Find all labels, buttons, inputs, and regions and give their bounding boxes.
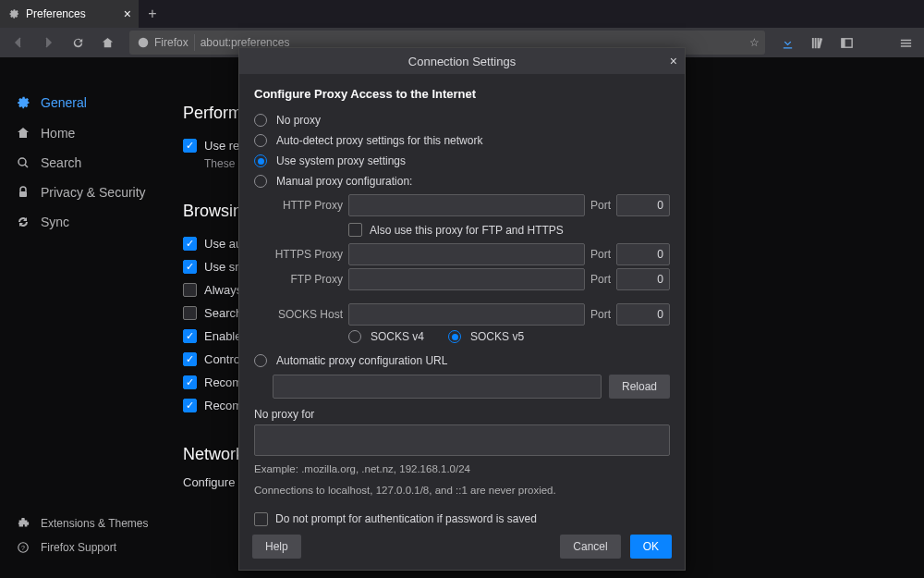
radio-icon[interactable] [254, 134, 267, 147]
radio-socks5[interactable] [448, 330, 461, 343]
https-proxy-row: HTTPS Proxy Port 0 [273, 243, 670, 265]
gear-icon [7, 7, 20, 20]
sidebar-item-label: General [41, 95, 87, 110]
sidebar-item-general[interactable]: General [0, 87, 164, 118]
downloads-button[interactable] [774, 30, 800, 55]
site-identity[interactable]: Firefox [135, 34, 195, 51]
checkbox-checked-icon[interactable]: ✓ [183, 260, 197, 274]
https-proxy-input[interactable] [348, 243, 585, 265]
library-button[interactable] [804, 30, 830, 55]
svg-point-3 [18, 158, 26, 166]
help-icon: ? [15, 541, 31, 554]
radio-manual-proxy[interactable]: Manual proxy configuration: [254, 171, 670, 191]
http-proxy-input[interactable] [348, 194, 585, 216]
field-label: FTP Proxy [273, 273, 343, 286]
sidebar-item-privacy[interactable]: Privacy & Security [0, 178, 164, 207]
radio-pac-url[interactable]: Automatic proxy configuration URL [254, 350, 670, 371]
checkbox-icon[interactable] [254, 512, 268, 526]
tab-title: Preferences [26, 7, 86, 20]
https-port-input[interactable]: 0 [616, 243, 670, 265]
radio-no-proxy[interactable]: No proxy [254, 110, 670, 130]
sidebar-item-extensions[interactable]: Extensions & Themes [0, 511, 164, 535]
checkbox-icon[interactable] [183, 306, 197, 320]
use-for-all-row[interactable]: Also use this proxy for FTP and HTTPS [348, 219, 670, 240]
sidebar-item-label: Extensions & Themes [41, 517, 149, 530]
gear-icon [15, 94, 31, 111]
prefs-sidebar: General Home Search Privacy & Security S… [0, 57, 164, 578]
localhost-note: Connections to localhost, 127.0.0.1/8, a… [254, 483, 670, 498]
sidebar-item-label: Home [41, 126, 75, 141]
home-icon [15, 126, 31, 141]
radio-socks4[interactable] [348, 330, 361, 343]
lock-icon [15, 185, 31, 200]
checkbox-checked-icon[interactable]: ✓ [183, 375, 197, 389]
socks-host-input[interactable] [348, 303, 585, 326]
socks-port-input[interactable]: 0 [616, 303, 670, 326]
new-tab-button[interactable]: + [139, 0, 166, 28]
sidebar-item-sync[interactable]: Sync [0, 207, 164, 237]
socks-version-row: SOCKS v4 SOCKS v5 [348, 328, 670, 350]
close-dialog-icon[interactable]: × [670, 54, 677, 68]
svg-point-0 [139, 38, 149, 48]
reload-button[interactable]: Reload [609, 375, 670, 399]
field-label: HTTPS Proxy [273, 248, 343, 261]
tab-bar: Preferences × + [0, 0, 924, 28]
checkbox-checked-icon[interactable]: ✓ [183, 352, 197, 366]
active-tab[interactable]: Preferences × [0, 0, 139, 28]
sidebar-item-label: Sync [41, 215, 69, 229]
checkbox-checked-icon[interactable]: ✓ [183, 237, 197, 251]
radio-label: Use system proxy settings [276, 154, 406, 167]
sidebar-item-home[interactable]: Home [0, 118, 164, 148]
no-proxy-label: No proxy for [254, 408, 670, 421]
ftp-port-input[interactable]: 0 [616, 268, 670, 290]
dialog-titlebar: Connection Settings × [239, 48, 685, 74]
ftp-proxy-row: FTP Proxy Port 0 [273, 268, 670, 290]
socks-host-row: SOCKS Host Port 0 [273, 303, 670, 326]
ftp-proxy-input[interactable] [348, 268, 585, 290]
radio-icon[interactable] [254, 175, 267, 188]
field-label: SOCKS Host [273, 308, 343, 321]
radio-system-proxy[interactable]: Use system proxy settings [254, 151, 670, 171]
dialog-title: Connection Settings [408, 55, 516, 68]
radio-selected-icon[interactable] [254, 154, 267, 167]
checkbox-icon[interactable] [348, 223, 362, 237]
port-label: Port [590, 199, 611, 212]
svg-rect-2 [841, 38, 845, 46]
radio-label: Manual proxy configuration: [276, 175, 412, 188]
radio-icon[interactable] [254, 114, 267, 127]
no-auth-prompt-row[interactable]: Do not prompt for authentication if pass… [254, 509, 670, 528]
http-proxy-row: HTTP Proxy Port 0 [273, 194, 670, 216]
bookmark-star-icon[interactable]: ☆ [749, 36, 760, 49]
cancel-button[interactable]: Cancel [560, 535, 620, 559]
radio-label: Automatic proxy configuration URL [276, 354, 447, 367]
menu-button[interactable] [893, 30, 918, 55]
no-proxy-input[interactable] [254, 424, 670, 456]
checkbox-icon[interactable] [183, 283, 197, 297]
radio-icon[interactable] [254, 354, 267, 367]
ok-button[interactable]: OK [630, 535, 672, 559]
radio-auto-detect[interactable]: Auto-detect proxy settings for this netw… [254, 130, 670, 151]
row-label: Also use this proxy for FTP and HTTPS [370, 224, 564, 237]
checkbox-checked-icon[interactable]: ✓ [183, 139, 197, 153]
checkbox-checked-icon[interactable]: ✓ [183, 399, 197, 412]
port-label: Port [590, 308, 611, 321]
sidebar-item-label: Firefox Support [41, 541, 116, 554]
back-button[interactable] [6, 30, 31, 55]
sidebar-button[interactable] [833, 30, 859, 55]
sidebar-item-support[interactable]: ? Firefox Support [0, 535, 164, 560]
radio-label: Auto-detect proxy settings for this netw… [276, 134, 482, 147]
http-port-input[interactable]: 0 [616, 194, 670, 216]
sync-icon [15, 215, 31, 229]
forward-button[interactable] [35, 30, 61, 55]
pac-url-input[interactable] [273, 375, 602, 399]
connection-settings-dialog: Connection Settings × Configure Proxy Ac… [238, 47, 686, 571]
help-button[interactable]: Help [252, 535, 301, 559]
identity-label: Firefox [154, 36, 188, 49]
reload-button[interactable] [65, 30, 91, 55]
home-button[interactable] [94, 30, 120, 55]
close-tab-icon[interactable]: × [124, 6, 131, 21]
sidebar-item-search[interactable]: Search [0, 148, 164, 178]
checkbox-checked-icon[interactable]: ✓ [183, 329, 197, 343]
sidebar-item-label: Search [41, 155, 81, 170]
svg-rect-4 [19, 191, 27, 197]
